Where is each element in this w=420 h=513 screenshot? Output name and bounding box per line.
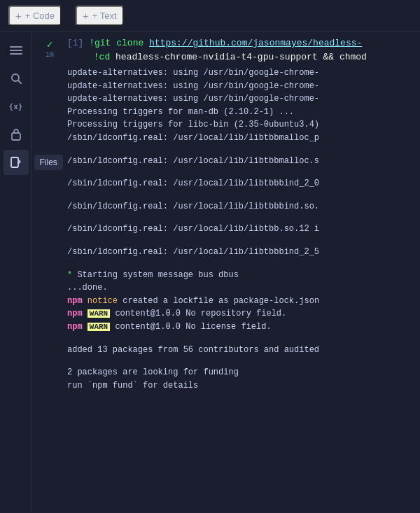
output-line-added: added 13 packages from 56 contributors a…	[67, 344, 414, 357]
output-line: /sbin/ldconfig.real: /usr/local/lib/libt…	[67, 177, 414, 190]
output-line-done: ...done.	[67, 281, 414, 295]
output-line: /sbin/ldconfig.real: /usr/local/lib/libt…	[67, 155, 414, 168]
output-spacer	[67, 213, 414, 223]
sidebar-item-secrets[interactable]	[4, 122, 29, 147]
sidebar: {x} Files	[0, 32, 32, 513]
output-line-dbus: * Starting system message bus dbus	[67, 269, 414, 282]
output-line: /sbin/ldconfig.real: /usr/local/lib/libt…	[67, 200, 414, 213]
cell-number-label: [1] !git clone https://github.com/jasonm…	[67, 36, 420, 50]
cell-content: [1] !git clone https://github.com/jasonm…	[67, 36, 420, 64]
output-line: /sbin/ldconfig.real: /usr/local/lib/libt…	[67, 132, 414, 145]
plus-icon: +	[15, 10, 22, 22]
output-line: update-alternatives: using /usr/bin/goog…	[67, 66, 414, 80]
output-line: update-alternatives: using /usr/bin/goog…	[67, 92, 414, 106]
svg-rect-2	[10, 53, 22, 55]
output-spacer	[67, 190, 414, 200]
svg-rect-1	[10, 50, 22, 51]
output-line-npm-notice: npm notice created a lockfile as package…	[67, 295, 414, 308]
output-line-fund-cmd: run `npm fund` for details	[67, 379, 414, 393]
output-spacer	[67, 334, 414, 344]
output-area[interactable]: update-alternatives: using /usr/bin/goog…	[32, 64, 420, 513]
output-line: /sbin/ldconfig.real: /usr/local/lib/libt…	[67, 223, 414, 236]
output-spacer	[67, 259, 414, 269]
output-line: update-alternatives: using /usr/bin/goog…	[67, 80, 414, 93]
svg-rect-6	[11, 157, 18, 167]
run-indicator[interactable]: ✓	[43, 38, 56, 50]
main-area: {x} Files ✓ 1m	[0, 32, 420, 513]
cell-area: ✓ 1m [1] !git clone https://github.com/j…	[32, 32, 420, 513]
toolbar: + + Code + + Text	[0, 0, 420, 32]
svg-line-4	[18, 80, 21, 83]
add-text-button[interactable]: + + Text	[76, 6, 124, 26]
code-btn-label: + Code	[25, 10, 55, 21]
checkmark-icon: ✓	[47, 38, 52, 50]
output-line: Processing triggers for libc-bin (2.35-0…	[67, 118, 414, 132]
output-spacer	[67, 356, 414, 366]
sidebar-item-variables[interactable]: {x}	[4, 94, 29, 119]
output-line-npm-warn-1: npm WARN content@1.0.0 No repository fie…	[67, 307, 414, 321]
sidebar-item-files[interactable]: Files	[4, 150, 29, 175]
sidebar-item-menu[interactable]	[4, 38, 29, 63]
plus-icon-text: +	[83, 10, 89, 22]
text-btn-label: + Text	[92, 10, 117, 21]
output-spacer	[67, 167, 414, 177]
output-spacer	[67, 236, 414, 246]
output-line: /sbin/ldconfig.real: /usr/local/lib/libt…	[67, 246, 414, 259]
add-code-button[interactable]: + + Code	[8, 6, 62, 26]
cell-header: ✓ 1m [1] !git clone https://github.com/j…	[32, 32, 420, 64]
output-line-npm-warn-2: npm WARN content@1.0.0 No license field.	[67, 321, 414, 334]
cell-gutter: ✓ 1m	[32, 36, 67, 59]
output-line-funding: 2 packages are looking for funding	[67, 366, 414, 379]
output-spacer	[67, 145, 414, 155]
svg-rect-5	[12, 133, 20, 140]
cell-time: 1m	[46, 51, 54, 59]
svg-rect-0	[10, 46, 22, 48]
sidebar-item-search[interactable]	[4, 66, 29, 91]
output-line: Processing triggers for man-db (2.10.2-1…	[67, 106, 414, 119]
cmd-line-2: !cd headless-chrome-nvidia-t4-gpu-suppor…	[67, 50, 420, 64]
